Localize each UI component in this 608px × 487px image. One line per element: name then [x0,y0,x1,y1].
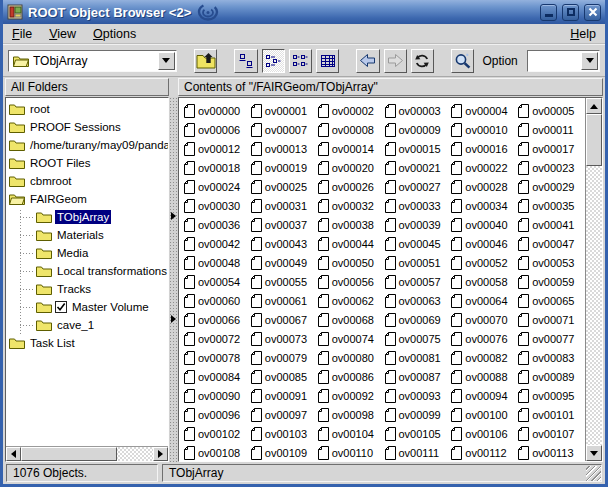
object-item[interactable]: ov00026 [318,177,385,196]
object-item[interactable]: ov00008 [318,120,385,139]
object-item[interactable]: ov00018 [184,158,251,177]
object-item[interactable]: ov00063 [385,291,452,310]
object-item[interactable]: ov00064 [451,291,518,310]
object-item[interactable]: ov00113 [518,443,585,461]
object-item[interactable]: ov00011 [518,120,585,139]
tree-item[interactable]: root [6,100,168,118]
object-item[interactable]: ov00088 [451,367,518,386]
object-item[interactable]: ov00066 [184,310,251,329]
object-item[interactable]: ov00049 [251,253,318,272]
object-item[interactable]: ov00015 [385,139,452,158]
object-item[interactable]: ov00092 [318,386,385,405]
object-item[interactable]: ov00094 [451,386,518,405]
tree-item[interactable]: /home/turany/may09/pandaroot [6,136,168,154]
minimize-button[interactable] [540,4,557,21]
path-combobox[interactable]: TObjArray [8,50,177,72]
object-item[interactable]: ov00044 [318,234,385,253]
object-item[interactable]: ov00091 [251,386,318,405]
details-view-button[interactable] [316,49,339,73]
object-item[interactable]: ov00073 [251,329,318,348]
tree-item[interactable]: FAIRGeom [6,190,168,208]
object-item[interactable]: ov00042 [184,234,251,253]
tree-item[interactable]: PROOF Sessions [6,118,168,136]
object-item[interactable]: ov00099 [385,405,452,424]
object-item[interactable]: ov00068 [318,310,385,329]
object-item[interactable]: ov00050 [318,253,385,272]
refresh-button[interactable] [411,49,434,73]
object-item[interactable]: ov00087 [385,367,452,386]
option-combobox[interactable] [527,50,600,72]
object-item[interactable]: ov00078 [184,348,251,367]
object-item[interactable]: ov00061 [251,291,318,310]
object-item[interactable]: ov00009 [385,120,452,139]
tree-item[interactable]: Media [6,244,168,262]
up-one-level-button[interactable] [194,49,217,73]
object-item[interactable]: ov00027 [385,177,452,196]
object-item[interactable]: ov00019 [251,158,318,177]
object-item[interactable]: ov00010 [451,120,518,139]
object-item[interactable]: ov00069 [385,310,452,329]
object-item[interactable]: ov00031 [251,196,318,215]
object-item[interactable]: ov00033 [385,196,452,215]
object-item[interactable]: ov00098 [318,405,385,424]
horizontal-scrollbar-track[interactable] [117,447,153,461]
object-item[interactable]: ov00102 [184,424,251,443]
object-item[interactable]: ov00041 [518,215,585,234]
object-item[interactable]: ov00065 [518,291,585,310]
panel-splitter[interactable] [169,97,178,462]
tree-item[interactable]: TObjArray [6,208,168,226]
object-item[interactable]: ov00085 [251,367,318,386]
object-item[interactable]: ov00013 [251,139,318,158]
tree-horizontal-scrollbar[interactable] [6,446,168,461]
object-item[interactable]: ov00086 [318,367,385,386]
object-item[interactable]: ov00074 [318,329,385,348]
object-item[interactable]: ov00106 [451,424,518,443]
object-item[interactable]: ov00028 [451,177,518,196]
object-item[interactable]: ov00109 [251,443,318,461]
object-item[interactable]: ov00072 [184,329,251,348]
tree-item[interactable]: Local transformations [6,262,168,280]
object-item[interactable]: ov00045 [385,234,452,253]
object-item[interactable]: ov00105 [385,424,452,443]
object-item[interactable]: ov00038 [318,215,385,234]
object-item[interactable]: ov00082 [451,348,518,367]
object-item[interactable]: ov00007 [251,120,318,139]
object-item[interactable]: ov00056 [318,272,385,291]
object-item[interactable]: ov00062 [318,291,385,310]
object-item[interactable]: ov00032 [318,196,385,215]
vertical-scrollbar-thumb[interactable] [586,114,602,166]
object-item[interactable]: ov00070 [451,310,518,329]
menu-file[interactable]: File [12,27,32,41]
tree-item[interactable]: Materials [6,226,168,244]
object-item[interactable]: ov00100 [451,405,518,424]
object-item[interactable]: ov00036 [184,215,251,234]
vertical-scrollbar-track[interactable] [586,166,602,445]
object-item[interactable]: ov00104 [318,424,385,443]
object-item[interactable]: ov00103 [251,424,318,443]
object-item[interactable]: ov00017 [518,139,585,158]
object-item[interactable]: ov00047 [518,234,585,253]
menu-help[interactable]: Help [570,27,596,41]
object-item[interactable]: ov00022 [451,158,518,177]
object-item[interactable]: ov00004 [451,101,518,120]
option-combobox-dropdown-button[interactable] [581,52,598,70]
object-item[interactable]: ov00023 [518,158,585,177]
object-item[interactable]: ov00089 [518,367,585,386]
path-combobox-dropdown-button[interactable] [158,52,175,70]
object-item[interactable]: ov00025 [251,177,318,196]
scroll-up-button[interactable] [586,98,602,114]
object-item[interactable]: ov00043 [251,234,318,253]
object-item[interactable]: ov00054 [184,272,251,291]
object-item[interactable]: ov00051 [385,253,452,272]
object-item[interactable]: ov00107 [518,424,585,443]
object-item[interactable]: ov00048 [184,253,251,272]
object-item[interactable]: ov00081 [385,348,452,367]
object-item[interactable]: ov00020 [318,158,385,177]
back-button[interactable] [356,49,379,73]
maximize-button[interactable] [562,4,579,21]
object-item[interactable]: ov00037 [251,215,318,234]
object-item[interactable]: ov00080 [318,348,385,367]
object-item[interactable]: ov00053 [518,253,585,272]
object-item[interactable]: ov00024 [184,177,251,196]
object-item[interactable]: ov00006 [184,120,251,139]
